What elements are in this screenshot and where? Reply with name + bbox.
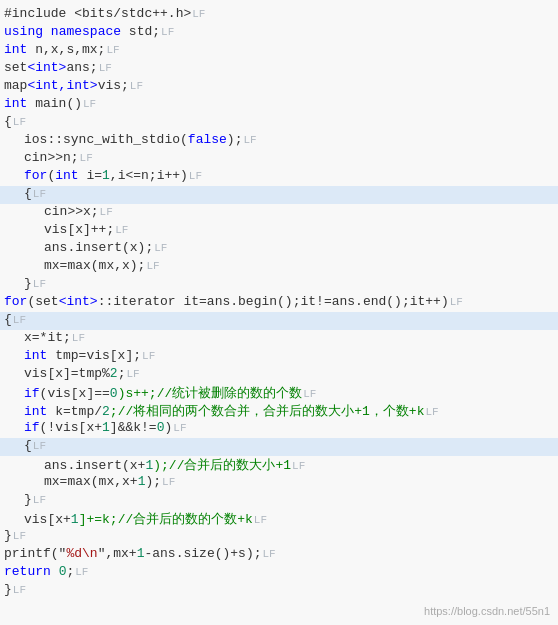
token: cin>>n; [24,150,79,165]
token: 1 [102,420,110,435]
token: vis[x+ [24,512,71,527]
code-line: cin>>n;LF [0,150,558,168]
token: mx=max(mx,x+ [44,474,138,489]
token [51,564,59,579]
token: false [188,132,227,147]
token: ",mx+ [98,546,137,561]
line-ending: LF [192,8,205,20]
line-ending: LF [13,530,26,542]
token: 2 [110,366,118,381]
code-line: }LF [0,276,558,294]
token: ; [66,564,74,579]
token: ); [145,474,161,489]
code-line: mx=max(mx,x);LF [0,258,558,276]
line-ending: LF [450,296,463,308]
line-ending: LF [243,134,256,146]
token: set [35,294,58,309]
line-ending: LF [106,44,119,56]
token: )s++;//统计被删除的数的个数 [118,384,303,402]
token: ]&&k!= [110,420,157,435]
line-ending: LF [254,514,267,526]
token: mx=max(mx,x); [44,258,145,273]
token: map [4,78,27,93]
code-line: vis[x]=tmp%2;LF [0,366,558,384]
token: return [4,564,51,579]
line-ending: LF [99,62,112,74]
token: %d\n [66,546,97,561]
code-line: for(int i=1,i<=n;i++)LF [0,168,558,186]
token: <int> [59,294,98,309]
token: int [4,96,27,111]
token: for [24,168,47,183]
token: for [4,294,27,309]
token: i= [79,168,102,183]
line-ending: LF [189,170,202,182]
code-line: {LF [0,114,558,132]
token: cin>>x; [44,204,99,219]
code-line: }LF [0,492,558,510]
code-line: if(!vis[x+1]&&k!=0)LF [0,420,558,438]
code-line: if(vis[x]==0)s++;//统计被删除的数的个数LF [0,384,558,402]
line-ending: LF [80,152,93,164]
token: vis[x]=tmp% [24,366,110,381]
token: 1 [138,474,146,489]
code-line: mx=max(mx,x+1);LF [0,474,558,492]
token: vis[x]++; [44,222,114,237]
token: namespace [51,24,121,39]
token: { [4,114,12,129]
token: { [24,438,32,453]
code-line: ans.insert(x+1);//合并后的数大小+1LF [0,456,558,474]
code-content: #include <bits/stdc++.h>LFusing namespac… [0,6,558,600]
line-ending: LF [142,350,155,362]
line-ending: LF [154,242,167,254]
token: int [24,348,47,363]
code-line: map<int,int>vis;LF [0,78,558,96]
token: } [4,528,12,543]
token: n,x,s,mx; [27,42,105,57]
code-line: #include <bits/stdc++.h>LF [0,6,558,24]
token: ; [118,366,126,381]
line-ending: LF [115,224,128,236]
line-ending: LF [13,314,26,326]
line-ending: LF [33,188,46,200]
token: 0 [110,386,118,401]
token: -ans.size()+s); [144,546,261,561]
token: main() [27,96,82,111]
token: } [24,492,32,507]
watermark: https://blog.csdn.net/55n1 [424,605,550,617]
line-ending: LF [303,388,316,400]
token: ,i<=n;i++) [110,168,188,183]
token: if [24,420,40,435]
line-ending: LF [292,460,305,472]
token: { [24,186,32,201]
token: ios::sync_with_stdio( [24,132,188,147]
token: ;//将相同的两个数合并，合并后的数大小+1，个数+k [110,402,425,420]
code-line: {LF [0,312,558,330]
line-ending: LF [33,494,46,506]
token: ( [47,168,55,183]
line-ending: LF [263,548,276,560]
code-line: }LF [0,582,558,600]
code-line: ans.insert(x);LF [0,240,558,258]
line-ending: LF [130,80,143,92]
token: tmp=vis[x]; [47,348,141,363]
line-ending: LF [72,332,85,344]
token: int [24,404,47,419]
token: int [55,168,78,183]
code-line: {LF [0,186,558,204]
code-line: int k=tmp/2;//将相同的两个数合并，合并后的数大小+1，个数+kLF [0,402,558,420]
code-line: vis[x]++;LF [0,222,558,240]
token: ]+=k;//合并后的数的个数+k [79,510,253,528]
token: ( [27,294,35,309]
line-ending: LF [425,406,438,418]
token: <int,int> [27,78,97,93]
token: ans.insert(x); [44,240,153,255]
token: { [4,312,12,327]
line-ending: LF [33,278,46,290]
token: 2 [102,404,110,419]
token [43,24,51,39]
token: std; [121,24,160,39]
code-line: printf("%d\n",mx+1-ans.size()+s);LF [0,546,558,564]
token: 1 [137,546,145,561]
token: set [4,60,27,75]
